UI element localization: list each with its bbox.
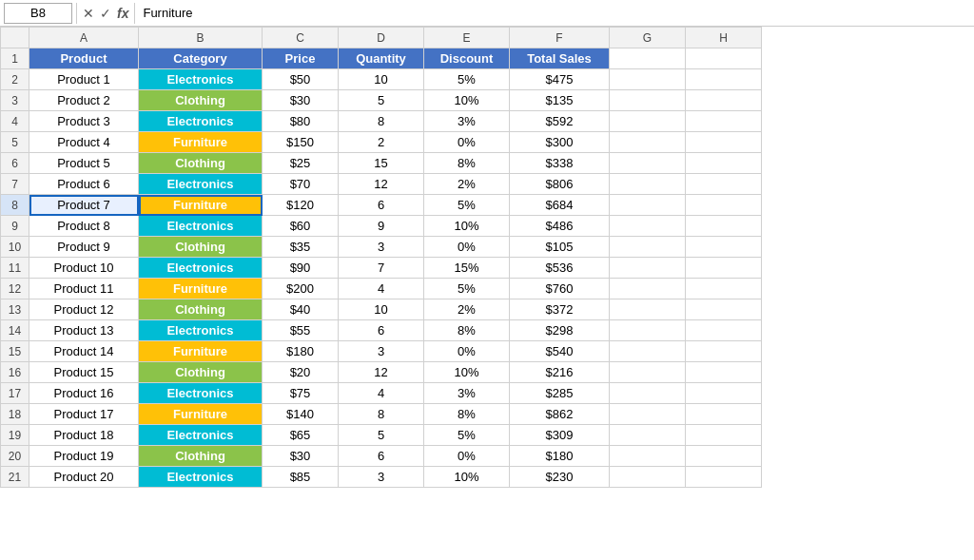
col-header-g[interactable]: G	[610, 28, 686, 48]
product-quantity[interactable]: 12	[339, 174, 424, 195]
product-price[interactable]: $120	[263, 195, 339, 216]
product-category[interactable]: Electronics	[139, 111, 263, 132]
product-name[interactable]: Product 1	[29, 69, 139, 90]
product-discount[interactable]: 10%	[424, 90, 510, 111]
product-price[interactable]: $140	[263, 404, 339, 425]
product-discount[interactable]: 8%	[424, 153, 510, 174]
product-total-sales[interactable]: $684	[510, 195, 610, 216]
product-discount[interactable]: 5%	[424, 195, 510, 216]
product-name[interactable]: Product 19	[29, 446, 139, 467]
col-header-a[interactable]: A	[29, 28, 139, 48]
row-header-12[interactable]: 12	[1, 279, 29, 299]
product-category[interactable]: Clothing	[139, 299, 263, 320]
product-category[interactable]: Electronics	[139, 320, 263, 341]
product-name[interactable]: Product 11	[29, 279, 139, 299]
header-cell-total-sales[interactable]: Total Sales	[510, 48, 610, 69]
product-quantity[interactable]: 12	[339, 362, 424, 383]
product-discount[interactable]: 0%	[424, 446, 510, 467]
product-quantity[interactable]: 6	[339, 320, 424, 341]
product-total-sales[interactable]: $760	[510, 279, 610, 299]
product-discount[interactable]: 10%	[424, 362, 510, 383]
cancel-icon[interactable]: ✕	[81, 6, 96, 21]
product-name[interactable]: Product 14	[29, 341, 139, 362]
header-cell-discount[interactable]: Discount	[424, 48, 510, 69]
product-category[interactable]: Furniture	[139, 341, 263, 362]
product-quantity[interactable]: 5	[339, 90, 424, 111]
product-name[interactable]: Product 20	[29, 467, 139, 488]
product-quantity[interactable]: 6	[339, 446, 424, 467]
product-name[interactable]: Product 3	[29, 111, 139, 132]
product-quantity[interactable]: 2	[339, 132, 424, 153]
product-quantity[interactable]: 15	[339, 153, 424, 174]
product-name[interactable]: Product 18	[29, 425, 139, 446]
product-total-sales[interactable]: $216	[510, 362, 610, 383]
product-discount[interactable]: 3%	[424, 383, 510, 404]
product-category[interactable]: Clothing	[139, 90, 263, 111]
row-header-20[interactable]: 20	[1, 446, 29, 467]
product-total-sales[interactable]: $486	[510, 216, 610, 237]
product-quantity[interactable]: 7	[339, 258, 424, 279]
product-name[interactable]: Product 5	[29, 153, 139, 174]
product-total-sales[interactable]: $135	[510, 90, 610, 111]
product-price[interactable]: $55	[263, 320, 339, 341]
product-category[interactable]: Clothing	[139, 446, 263, 467]
product-total-sales[interactable]: $536	[510, 258, 610, 279]
row-header-6[interactable]: 6	[1, 153, 29, 174]
product-discount[interactable]: 8%	[424, 320, 510, 341]
product-total-sales[interactable]: $298	[510, 320, 610, 341]
product-total-sales[interactable]: $180	[510, 446, 610, 467]
row-header-17[interactable]: 17	[1, 383, 29, 404]
product-price[interactable]: $25	[263, 153, 339, 174]
product-total-sales[interactable]: $285	[510, 383, 610, 404]
product-total-sales[interactable]: $230	[510, 467, 610, 488]
product-price[interactable]: $80	[263, 111, 339, 132]
product-name[interactable]: Product 4	[29, 132, 139, 153]
product-category[interactable]: Furniture	[139, 279, 263, 299]
header-cell-product[interactable]: Product	[29, 48, 139, 69]
row-header-7[interactable]: 7	[1, 174, 29, 195]
product-quantity[interactable]: 6	[339, 195, 424, 216]
product-discount[interactable]: 10%	[424, 216, 510, 237]
product-name[interactable]: Product 17	[29, 404, 139, 425]
product-price[interactable]: $85	[263, 467, 339, 488]
product-total-sales[interactable]: $300	[510, 132, 610, 153]
col-header-h[interactable]: H	[686, 28, 762, 48]
product-price[interactable]: $35	[263, 237, 339, 258]
product-price[interactable]: $180	[263, 341, 339, 362]
col-header-d[interactable]: D	[339, 28, 424, 48]
product-name[interactable]: Product 10	[29, 258, 139, 279]
row-header-13[interactable]: 13	[1, 299, 29, 320]
product-price[interactable]: $65	[263, 425, 339, 446]
header-cell-category[interactable]: Category	[139, 48, 263, 69]
col-header-b[interactable]: B	[139, 28, 263, 48]
row-header-8[interactable]: 8	[1, 195, 29, 216]
row-header-15[interactable]: 15	[1, 341, 29, 362]
product-quantity[interactable]: 3	[339, 341, 424, 362]
product-price[interactable]: $70	[263, 174, 339, 195]
product-name[interactable]: Product 8	[29, 216, 139, 237]
product-name[interactable]: Product 2	[29, 90, 139, 111]
product-discount[interactable]: 0%	[424, 237, 510, 258]
product-quantity[interactable]: 10	[339, 299, 424, 320]
function-icon[interactable]: fx	[115, 6, 130, 21]
product-quantity[interactable]: 9	[339, 216, 424, 237]
row-header-18[interactable]: 18	[1, 404, 29, 425]
header-cell-price[interactable]: Price	[263, 48, 339, 69]
cell-reference-box[interactable]	[4, 3, 72, 24]
product-category[interactable]: Furniture	[139, 195, 263, 216]
product-total-sales[interactable]: $475	[510, 69, 610, 90]
confirm-icon[interactable]: ✓	[98, 6, 113, 21]
product-category[interactable]: Electronics	[139, 467, 263, 488]
row-header-19[interactable]: 19	[1, 425, 29, 446]
product-quantity[interactable]: 3	[339, 237, 424, 258]
product-price[interactable]: $40	[263, 299, 339, 320]
product-name[interactable]: Product 9	[29, 237, 139, 258]
product-quantity[interactable]: 5	[339, 425, 424, 446]
product-name[interactable]: Product 7	[29, 195, 139, 216]
product-price[interactable]: $60	[263, 216, 339, 237]
product-price[interactable]: $200	[263, 279, 339, 299]
product-quantity[interactable]: 4	[339, 383, 424, 404]
product-category[interactable]: Furniture	[139, 132, 263, 153]
product-discount[interactable]: 15%	[424, 258, 510, 279]
product-category[interactable]: Electronics	[139, 216, 263, 237]
